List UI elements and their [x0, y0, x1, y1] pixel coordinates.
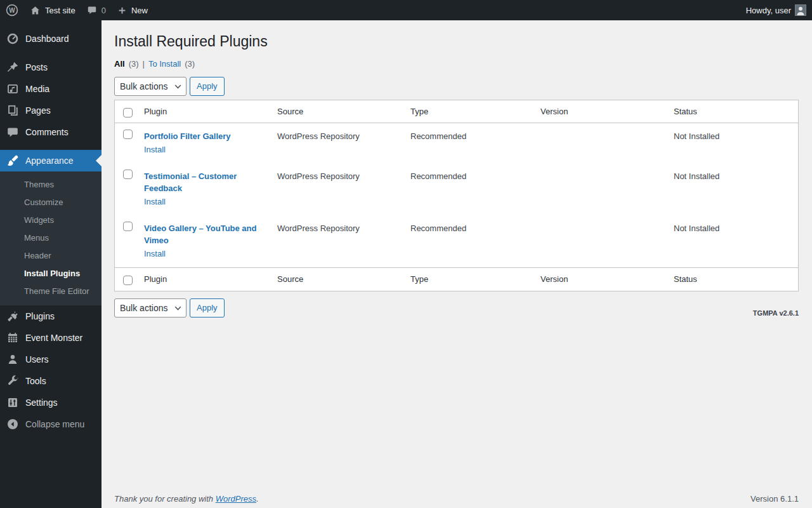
submenu-item-themes[interactable]: Themes [0, 176, 102, 194]
install-link[interactable]: Install [144, 196, 166, 208]
submenu-item-theme-file-editor[interactable]: Theme File Editor [0, 283, 102, 300]
select-all-checkbox[interactable] [123, 108, 133, 117]
sidebar-item-media[interactable]: Media [0, 78, 102, 100]
sidebar-item-label: Media [25, 84, 49, 94]
comments-icon [6, 126, 19, 138]
filter-to-install-count: (3) [185, 59, 195, 69]
wordpress-admin-screen: W Test site 0 New [0, 0, 812, 508]
bulk-actions-select-top[interactable]: Bulk actions [114, 77, 187, 96]
sidebar-item-label: Settings [25, 398, 58, 408]
table-row: Video Gallery – YouTube and Vimeo Instal… [115, 215, 798, 267]
plugin-name-link[interactable]: Portfolio Filter Gallery [144, 131, 231, 141]
menu-separator [0, 143, 102, 150]
plugins-table: Plugin Source Type Version Status Portfo… [114, 100, 799, 291]
submenu-item-widgets[interactable]: Widgets [0, 211, 102, 229]
collapse-menu-button[interactable]: Collapse menu [0, 413, 102, 435]
column-footer-type: Type [404, 267, 534, 291]
column-footer-version: Version [534, 267, 667, 291]
install-link[interactable]: Install [144, 144, 166, 156]
comments-menu[interactable]: 0 [81, 0, 112, 20]
sidebar-item-dashboard[interactable]: Dashboard [0, 28, 102, 50]
appearance-submenu: Themes Customize Widgets Menus Header In… [0, 171, 102, 305]
plugin-type: Recommended [404, 123, 534, 163]
plus-icon [117, 6, 127, 15]
plugin-version [534, 215, 667, 267]
current-menu-arrow [96, 155, 102, 166]
plugin-status: Not Installed [667, 163, 798, 215]
wp-logo-menu[interactable]: W [0, 0, 24, 20]
filter-to-install-link[interactable]: To Install [148, 59, 181, 69]
page-footer: Thank you for creating with WordPress. V… [114, 494, 799, 504]
plugin-source: WordPress Repository [271, 215, 404, 267]
sidebar-item-label: Comments [25, 127, 69, 137]
calendar-icon [6, 331, 19, 344]
sidebar-item-pages[interactable]: Pages [0, 100, 102, 121]
sidebar-item-event-monster[interactable]: Event Monster [0, 327, 102, 349]
new-content-menu[interactable]: New [112, 0, 154, 20]
pin-icon [6, 61, 19, 74]
select-plugin-checkbox[interactable] [123, 170, 133, 179]
sidebar-item-comments[interactable]: Comments [0, 121, 102, 143]
footer-version: Version 6.1.1 [750, 494, 799, 504]
new-label: New [131, 6, 148, 15]
bulk-actions-select-bottom[interactable]: Bulk actions [114, 298, 187, 318]
page-title: Install Required Plugins [114, 27, 799, 54]
tablenav-bottom: Bulk actions Apply TGMPA v2.6.1 [114, 298, 799, 318]
site-name-menu[interactable]: Test site [24, 0, 81, 20]
submenu-item-customize[interactable]: Customize [0, 194, 102, 211]
sidebar-item-label: Users [25, 354, 49, 364]
sidebar-item-posts[interactable]: Posts [0, 57, 102, 78]
sidebar-item-plugins[interactable]: Plugins [0, 305, 102, 327]
paintbrush-icon [6, 154, 19, 167]
menu-separator [0, 50, 102, 57]
column-header-type: Type [404, 100, 534, 124]
plugin-version [534, 123, 667, 163]
wrench-icon [6, 375, 19, 387]
sidebar-item-label: Appearance [25, 156, 74, 166]
wordpress-logo-icon: W [6, 4, 18, 17]
filter-separator: | [143, 59, 145, 69]
my-account-menu[interactable]: Howdy, user [740, 0, 812, 20]
collapse-arrow-icon [6, 418, 19, 431]
admin-bar-right: Howdy, user [740, 0, 812, 20]
wordpress-footer-link[interactable]: WordPress [216, 494, 256, 504]
select-plugin-checkbox[interactable] [123, 222, 133, 231]
sidebar-item-label: Event Monster [25, 333, 82, 343]
select-all-checkbox-bottom[interactable] [123, 276, 133, 285]
table-footer-row: Plugin Source Type Version Status [115, 267, 798, 291]
column-footer-status: Status [667, 267, 798, 291]
settings-sliders-icon [6, 396, 19, 409]
howdy-label: Howdy, user [746, 6, 791, 15]
install-link[interactable]: Install [144, 248, 166, 260]
sidebar-item-label: Plugins [25, 311, 55, 321]
tablenav-top: Bulk actions Apply [114, 77, 799, 96]
column-header-plugin: Plugin [138, 100, 271, 124]
column-header-status: Status [667, 100, 798, 124]
submenu-item-menus[interactable]: Menus [0, 229, 102, 247]
sidebar-item-appearance[interactable]: Appearance [0, 150, 102, 171]
admin-bar-left: W Test site 0 New [0, 0, 154, 20]
select-plugin-checkbox[interactable] [123, 130, 133, 139]
plugin-source: WordPress Repository [271, 163, 404, 215]
sidebar-item-settings[interactable]: Settings [0, 392, 102, 413]
apply-button-top[interactable]: Apply [190, 77, 225, 96]
submenu-item-header[interactable]: Header [0, 247, 102, 265]
svg-text:W: W [9, 7, 15, 14]
column-header-version: Version [534, 100, 667, 124]
pages-icon [6, 104, 19, 117]
sidebar-item-users[interactable]: Users [0, 349, 102, 370]
plugin-name-link[interactable]: Testimonial – Customer Feedback [144, 171, 237, 193]
plugin-type: Recommended [404, 215, 534, 267]
plugin-name-link[interactable]: Video Gallery – YouTube and Vimeo [144, 224, 256, 245]
submenu-item-install-plugins[interactable]: Install Plugins [0, 265, 102, 283]
filter-all-link[interactable]: All [114, 59, 125, 69]
table-row: Testimonial – Customer Feedback Install … [115, 163, 798, 215]
plugin-version [534, 163, 667, 215]
sidebar-item-tools[interactable]: Tools [0, 370, 102, 392]
plugin-status: Not Installed [667, 123, 798, 163]
admin-sidebar: Dashboard Posts Media Pages Commen [0, 20, 102, 508]
sidebar-item-label: Dashboard [25, 34, 69, 44]
column-footer-plugin: Plugin [138, 267, 271, 291]
tgmpa-version-label: TGMPA v2.6.1 [753, 309, 799, 318]
apply-button-bottom[interactable]: Apply [190, 298, 225, 318]
